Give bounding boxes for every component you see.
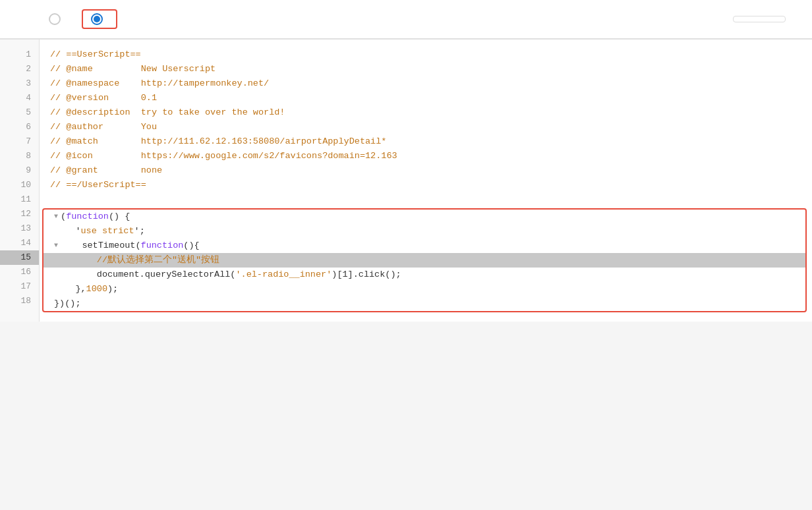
code-content: // ==UserScript==// @name New Userscript… [40,40,812,322]
token: '.el-radio__inner' [235,268,332,282]
code-line-11 [40,192,812,207]
code-line-7: // @match http://111.62.12.163:58080/air… [40,134,812,149]
radio-dropoff[interactable] [82,9,117,29]
contact-value [733,16,786,22]
fold-marker-12[interactable]: ▼ [54,212,58,222]
token: // @match http://111.62.12.163:58080/air… [50,134,386,149]
token: function [66,210,109,224]
code-line-2: // @name New Userscript [40,62,812,76]
token: //默认选择第二个"送机"按钮 [54,253,219,268]
line-num-13: 13 [0,221,39,236]
radio-dropoff-circle [91,13,103,25]
line-num-12: 12 [0,207,39,221]
line-num-5: 5 [0,105,39,120]
token: 1000 [86,282,107,297]
token: // @version 0.1 [50,91,157,105]
token: // @icon https://www.google.com/s2/favic… [50,149,397,163]
code-line-4: // @version 0.1 [40,91,812,105]
code-line-14: ▼ setTimeout(function(){ [44,239,805,253]
type-field-label [26,13,28,25]
token: (){ [183,239,199,253]
token: function [141,239,184,253]
token: })() [54,297,75,311]
line-num-4: 4 [0,91,39,105]
line-num-9: 9 [0,163,39,178]
line-num-14: 14 [0,236,39,250]
line-num-2: 2 [0,62,39,76]
code-line-3: // @namespace http://tampermonkey.net/ [40,76,812,91]
code-line-17: },1000); [44,282,805,297]
radio-pickup-circle [49,13,61,25]
token: ); [107,282,118,297]
code-line-13: 'use strict'; [44,224,805,239]
line-numbers: 123456789101112131415161718 [0,40,40,322]
token: ( [61,210,66,224]
token: // @author You [50,120,157,134]
code-line-1: // ==UserScript== [40,47,812,62]
radio-group [49,9,117,29]
token: document.querySelectorAll( [54,268,235,282]
fold-marker-14[interactable]: ▼ [54,241,58,251]
line-num-8: 8 [0,149,39,163]
code-line-9: // @grant none [40,163,812,178]
token: }, [54,282,86,297]
line-num-1: 1 [0,47,39,62]
code-editor: 123456789101112131415161718 // ==UserScr… [0,39,812,322]
radio-pickup[interactable] [49,13,66,25]
code-line-16: document.querySelectorAll('.el-radio__in… [44,268,805,282]
highlighted-box: ▼(function() { 'use strict';▼ setTimeout… [42,208,807,312]
token: // @description try to take over the wor… [50,105,285,120]
code-line-15: //默认选择第二个"送机"按钮 [44,253,805,268]
token: ' [54,224,81,239]
token: // ==UserScript== [50,47,141,62]
token: ; [75,297,80,311]
top-bar [0,0,812,39]
token: // @namespace http://tampermonkey.net/ [50,76,269,91]
radio-dropoff-dot [94,16,100,22]
line-num-15: 15 [0,250,39,265]
token: )[1].click(); [332,268,401,282]
line-num-10: 10 [0,178,39,192]
line-num-16: 16 [0,265,39,279]
token: // @grant none [50,163,162,178]
token: // @name New Userscript [50,62,216,76]
contact-section [722,16,786,22]
code-line-12: ▼(function() { [44,210,805,224]
code-line-10: // ==/UserScript== [40,178,812,192]
token: setTimeout( [61,239,141,253]
code-line-5: // @description try to take over the wor… [40,105,812,120]
token: // ==/UserScript== [50,178,146,192]
line-num-18: 18 [0,294,39,308]
line-num-3: 3 [0,76,39,91]
line-num-17: 17 [0,279,39,294]
line-num-11: 11 [0,192,39,207]
token: '; [134,224,145,239]
line-num-6: 6 [0,120,39,134]
code-line-6: // @author You [40,120,812,134]
token: use strict [81,224,134,239]
line-num-7: 7 [0,134,39,149]
code-line-18: })(); [44,297,805,311]
code-line-8: // @icon https://www.google.com/s2/favic… [40,149,812,163]
token: () { [109,210,130,224]
